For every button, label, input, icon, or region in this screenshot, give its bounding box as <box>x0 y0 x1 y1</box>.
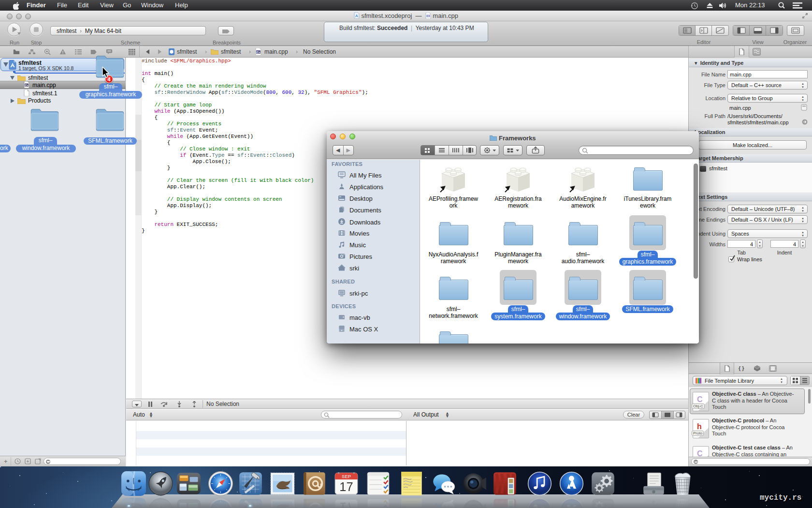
svg-text:C+: C+ <box>257 51 261 54</box>
svg-text:SEP: SEP <box>342 474 351 479</box>
svg-text:17: 17 <box>339 480 353 493</box>
svg-text:C+: C+ <box>25 84 28 87</box>
